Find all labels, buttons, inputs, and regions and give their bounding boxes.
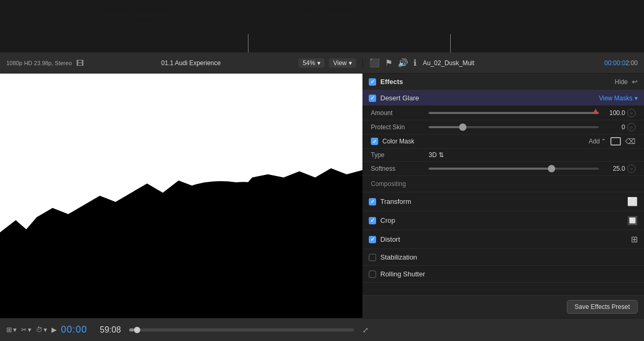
softness-slider-thumb[interactable] (548, 165, 555, 172)
crop-checkbox[interactable] (369, 217, 376, 224)
color-mask-label: Color Mask (382, 138, 585, 145)
film-icon: 🎞 (76, 59, 84, 67)
transform-icon[interactable]: ⬜ (627, 197, 638, 206)
progress-thumb[interactable] (134, 327, 140, 333)
protect-skin-slider-fill (429, 126, 463, 128)
effects-checkbox[interactable] (369, 78, 376, 86)
softness-slider-track[interactable] (429, 168, 599, 170)
trim-icon-button[interactable]: ✂ ▾ (21, 326, 32, 334)
stabilization-row: Stabilization (362, 249, 644, 266)
distort-checkbox[interactable] (369, 236, 376, 243)
type-row: Type 3D ⇅ (362, 149, 644, 162)
trim-chevron: ▾ (28, 326, 32, 334)
undo-icon[interactable]: ↩ (632, 78, 638, 86)
view-chevron-icon: ▾ (349, 59, 352, 67)
distort-icon[interactable]: ⊞ (631, 234, 638, 244)
type-selector[interactable]: 3D ⇅ (429, 151, 444, 159)
transform-checkbox[interactable] (369, 198, 376, 205)
inspector-bottom: Save Effects Preset (362, 295, 644, 318)
amount-value: 100.0 (599, 109, 625, 117)
tooltip-left-text2: in the viewer. (116, 15, 159, 24)
softness-value: 25.0 (599, 165, 625, 172)
audio-icon[interactable]: 🔊 (398, 58, 408, 68)
tooltip-right-text: Click View Masks. (299, 5, 359, 13)
amount-reset-button[interactable]: ○ (627, 109, 636, 117)
protect-skin-reset-button[interactable]: ○ (627, 123, 636, 131)
crop-icon[interactable]: 🔲 (627, 215, 638, 225)
desert-glare-label: Desert Glare (380, 94, 419, 102)
view-masks-button[interactable]: View Masks ▾ (599, 95, 638, 102)
eyedropper-icon[interactable]: ⌫ (625, 137, 636, 146)
viewer-panel (0, 74, 362, 318)
amount-slider-track[interactable] (429, 112, 599, 114)
transform-left: Transform (369, 198, 411, 205)
compositing-section: Compositing (362, 176, 644, 192)
crop-row: Crop 🔲 (362, 211, 644, 230)
amount-slider-fill (429, 112, 599, 114)
stabilization-label: Stabilization (380, 253, 417, 261)
fullscreen-icon[interactable]: ⤢ (362, 326, 369, 334)
layout-icon: ⊞ (6, 326, 12, 334)
effects-title-row: Effects (369, 78, 403, 86)
rolling-shutter-label: Rolling Shutter (380, 270, 425, 278)
protect-skin-label: Protect Skin (371, 123, 429, 131)
softness-slider-area (429, 168, 599, 170)
trim-icon: ✂ (21, 326, 27, 334)
transform-row: Transform ⬜ (362, 192, 644, 211)
stabilization-left: Stabilization (369, 253, 417, 261)
playhead-progress[interactable] (129, 328, 354, 332)
hide-button[interactable]: Hide (615, 78, 628, 86)
view-masks-label: View Masks (599, 95, 632, 102)
stabilization-checkbox[interactable] (369, 254, 376, 261)
right-clip-name: Au_02_Dusk_Mult (423, 59, 598, 67)
info-icon[interactable]: ℹ (413, 58, 417, 68)
zoom-selector[interactable]: 54% ▾ (298, 58, 325, 68)
amount-slider-thumb[interactable] (593, 109, 599, 114)
flag-icon[interactable]: ⚑ (385, 58, 392, 68)
header-left: 1080p HD 23.98p, Stereo 🎞 01.1 Audi Expe… (0, 58, 362, 68)
compositing-label: Compositing (371, 180, 406, 188)
color-mask-row: Color Mask Add ⌃ ⌫ (362, 135, 644, 149)
rectangle-mask-icon[interactable] (610, 137, 621, 146)
softness-reset-button[interactable]: ○ (627, 164, 636, 173)
layout-chevron: ▾ (13, 326, 17, 334)
play-button[interactable]: ▶ (51, 326, 57, 334)
protect-skin-slider-area (429, 126, 599, 128)
svg-rect-1 (0, 287, 362, 318)
desert-glare-row: Desert Glare View Masks ▾ (362, 90, 644, 106)
header-meta: 1080p HD 23.98p, Stereo (6, 60, 72, 66)
timecode-blue: 00:00:0 (605, 59, 626, 67)
layout-icon-button[interactable]: ⊞ ▾ (6, 326, 17, 334)
save-effects-preset-button[interactable]: Save Effects Preset (567, 300, 638, 314)
protect-skin-row: Protect Skin 0 ○ (362, 120, 644, 135)
softness-row: Softness 25.0 ○ (362, 162, 644, 176)
video-clip-icon[interactable]: ⬛ (369, 58, 380, 68)
tooltip-left: Mask alpha channel in the viewer. (105, 4, 171, 25)
desert-glare-checkbox[interactable] (369, 95, 376, 102)
color-mask-checkbox[interactable] (371, 138, 378, 145)
protect-skin-slider-track[interactable] (429, 126, 599, 128)
transport-left: ⊞ ▾ ✂ ▾ ⏱ ▾ ▶ 00:00 59:08 ⤢ (6, 324, 369, 335)
distort-row: Distort ⊞ (362, 230, 644, 249)
softness-slider-fill (429, 168, 553, 170)
zoom-chevron-icon: ▾ (317, 59, 320, 67)
protect-skin-slider-thumb[interactable] (459, 123, 466, 131)
view-label: View (333, 59, 347, 67)
zoom-value: 54% (303, 59, 315, 67)
crop-label: Crop (380, 216, 395, 224)
transport-bar: ⊞ ▾ ✂ ▾ ⏱ ▾ ▶ 00:00 59:08 ⤢ (0, 318, 644, 341)
crop-left: Crop (369, 216, 395, 224)
header-right: ⬛ ⚑ 🔊 ℹ Au_02_Dusk_Mult 00:00:02:00 (362, 58, 644, 68)
speed-icon-button[interactable]: ⏱ ▾ (36, 326, 47, 334)
view-menu-button[interactable]: View ▾ (329, 58, 356, 68)
mask-visual (0, 74, 362, 318)
rolling-shutter-row: Rolling Shutter (362, 266, 644, 283)
distort-label: Distort (380, 235, 400, 243)
header-timecode: 00:00:02:00 (605, 59, 638, 67)
transform-label: Transform (380, 198, 411, 205)
effects-actions: Hide ↩ (615, 78, 638, 86)
rolling-shutter-checkbox[interactable] (369, 271, 376, 278)
add-button[interactable]: Add ⌃ (589, 138, 606, 145)
softness-label: Softness (371, 165, 429, 172)
desert-glare-left: Desert Glare (369, 94, 419, 102)
